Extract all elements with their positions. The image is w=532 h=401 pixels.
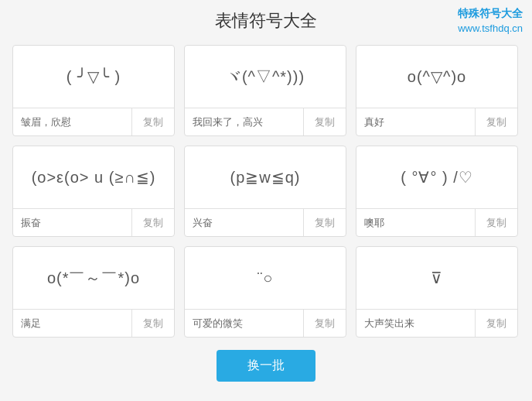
symbol-display: ( ╯▽╰ ) [13,46,174,108]
copy-button[interactable]: 复制 [476,209,517,236]
symbol-label: 兴奋 [185,209,303,236]
symbol-label: 振奋 [13,209,131,236]
symbol-display: o(^▽^)o [356,46,517,108]
copy-button[interactable]: 复制 [304,108,346,135]
symbol-grid: ( ╯▽╰ )皱眉，欣慰复制ヾ(^▽^*)))我回来了，高兴复制o(^▽^)o真… [0,45,532,338]
banner: 特殊符号大全 www.tsfhdq.cn [458,6,523,36]
symbol-card: (p≧w≦q)兴奋复制 [184,146,346,237]
page-container: 特殊符号大全 www.tsfhdq.cn 表情符号大全 ( ╯▽╰ )皱眉，欣慰… [0,0,532,397]
symbol-display: (p≧w≦q) [185,146,346,208]
symbol-card: ¨○可爱的微笑复制 [184,246,346,338]
symbol-card: ⊽大声笑出来复制 [356,246,518,338]
symbol-display: o(*￣～￣*)o [13,247,174,309]
refresh-button[interactable]: 换一批 [217,350,315,382]
copy-button[interactable]: 复制 [476,310,517,337]
copy-button[interactable]: 复制 [304,209,346,236]
symbol-label: 真好 [356,108,475,135]
copy-button[interactable]: 复制 [304,310,346,337]
page-title: 表情符号大全 [0,9,532,33]
symbol-card: o(^▽^)o真好复制 [356,45,518,136]
banner-url: www.tsfhdq.cn [458,22,523,36]
symbol-display: (o>ε(o> u (≥∩≦) [13,146,174,208]
symbol-card: (o>ε(o> u (≥∩≦)振奋复制 [12,146,175,237]
symbol-label: 我回来了，高兴 [185,108,303,135]
symbol-display: ヾ(^▽^*))) [185,46,346,108]
symbol-card: o(*￣～￣*)o满足复制 [12,246,175,338]
banner-title: 特殊符号大全 [458,6,523,22]
symbol-card: ( °∀° ) /♡噢耶复制 [356,146,518,237]
copy-button[interactable]: 复制 [132,108,174,135]
copy-button[interactable]: 复制 [132,310,174,337]
symbol-display: ⊽ [356,247,517,309]
symbol-label: 皱眉，欣慰 [13,108,131,135]
symbol-display: ( °∀° ) /♡ [356,146,517,208]
symbol-card: ( ╯▽╰ )皱眉，欣慰复制 [12,45,175,136]
symbol-card: ヾ(^▽^*)))我回来了，高兴复制 [184,45,346,136]
symbol-display: ¨○ [185,247,346,309]
symbol-label: 满足 [13,310,131,337]
copy-button[interactable]: 复制 [132,209,174,236]
symbol-label: 噢耶 [356,209,475,236]
copy-button[interactable]: 复制 [476,108,517,135]
symbol-label: 大声笑出来 [356,310,475,337]
symbol-label: 可爱的微笑 [185,310,303,337]
